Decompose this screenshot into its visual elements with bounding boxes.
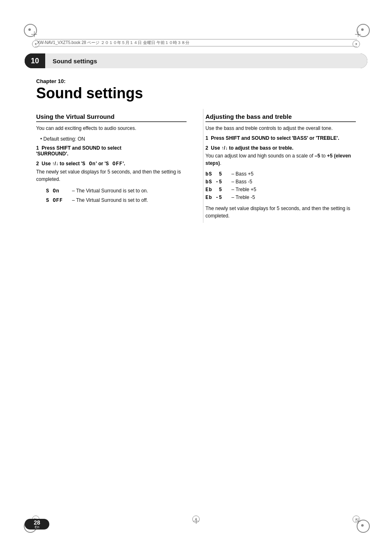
small-reg-br bbox=[353, 516, 360, 523]
page-lang: En bbox=[35, 525, 39, 529]
right-setting-bass-plus: bS 5 – Bass +5 bbox=[205, 171, 356, 177]
right-column: Adjusting the bass and treble Use the ba… bbox=[203, 109, 356, 223]
right-setting-bass-minus: bS -5 – Bass -5 bbox=[205, 179, 356, 185]
left-settings-list: S On – The Virtual Surround is set to on… bbox=[36, 188, 187, 204]
main-content: Chapter 10: Sound settings Using the Vir… bbox=[36, 78, 356, 514]
two-column-layout: Using the Virtual Surround You can add e… bbox=[36, 109, 356, 223]
left-bullet-default: Default setting: ON bbox=[40, 135, 187, 143]
left-step-2: 2 Use ↑/↓ to select 'S On' or 'S OFF'. T… bbox=[36, 161, 187, 183]
chapter-header: 10 Sound settings bbox=[25, 53, 367, 68]
left-step2-body: The newly set value displays for 5 secon… bbox=[36, 168, 187, 183]
small-reg-bm bbox=[192, 516, 200, 523]
left-section-title: Using the Virtual Surround bbox=[36, 113, 187, 122]
chapter-header-inner: Sound settings bbox=[45, 53, 367, 68]
page: XW-NAV1_VXZT5.book 28 ページ ２０１０年５月１４日 金曜日… bbox=[0, 0, 392, 555]
left-section-intro: You can add exciting effects to audio so… bbox=[36, 125, 187, 132]
right-step2-heading: 2 Use ↑/↓ to adjust the bass or treble. bbox=[205, 145, 356, 151]
right-section-title: Adjusting the bass and treble bbox=[205, 113, 356, 122]
left-setting-off: S OFF – The Virtual Surround is set to o… bbox=[36, 197, 187, 204]
chapter-header-title: Sound settings bbox=[53, 58, 97, 65]
page-number: 28 bbox=[34, 520, 40, 525]
left-step2-heading: 2 Use ↑/↓ to select 'S On' or 'S OFF'. bbox=[36, 161, 187, 167]
right-step2-body: You can adjust low and high sounds on a … bbox=[205, 152, 356, 167]
left-setting-on: S On – The Virtual Surround is set to on… bbox=[36, 188, 187, 194]
right-settings-list: bS 5 – Bass +5 bS -5 – Bass -5 Eb 5 – Tr… bbox=[205, 171, 356, 201]
file-info-text: XW-NAV1_VXZT5.book 28 ページ ２０１０年５月１４日 金曜日… bbox=[37, 40, 189, 46]
chapter-label: Chapter 10: bbox=[36, 78, 356, 84]
right-section-intro: Use the bass and treble controls to adju… bbox=[205, 125, 356, 132]
chapter-big-title: Sound settings bbox=[36, 85, 356, 102]
right-footer: The newly set value displays for 5 secon… bbox=[205, 205, 356, 220]
file-info-bar: XW-NAV1_VXZT5.book 28 ページ ２０１０年５月１４日 金曜日… bbox=[35, 39, 357, 46]
right-step-1: 1 Press SHIFT and SOUND to select 'BASS'… bbox=[205, 135, 356, 141]
right-setting-treble-plus: Eb 5 – Treble +5 bbox=[205, 187, 356, 193]
right-step-2: 2 Use ↑/↓ to adjust the bass or treble. … bbox=[205, 145, 356, 167]
cross-inner-tl bbox=[31, 31, 37, 37]
left-step-1: 1 Press SHIFT and SOUND to select'SURROU… bbox=[36, 145, 187, 157]
page-number-area: 28 En bbox=[25, 519, 49, 530]
chapter-number: 10 bbox=[25, 53, 45, 68]
right-step1-heading: 1 Press SHIFT and SOUND to select 'BASS'… bbox=[205, 135, 356, 141]
cross-inner-tr bbox=[355, 31, 361, 37]
right-setting-treble-minus: Eb -5 – Treble -5 bbox=[205, 194, 356, 201]
left-column: Using the Virtual Surround You can add e… bbox=[36, 109, 191, 223]
left-step1-heading: 1 Press SHIFT and SOUND to select'SURROU… bbox=[36, 145, 187, 157]
